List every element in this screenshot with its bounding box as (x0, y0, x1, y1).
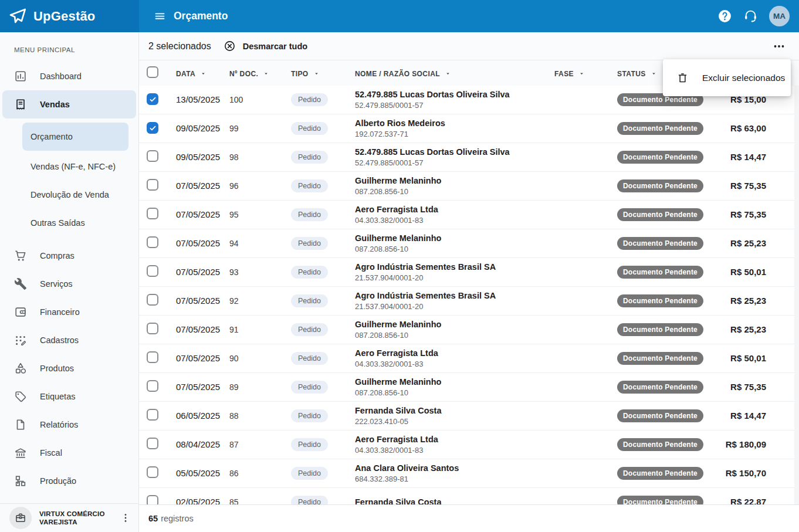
support-headset-icon[interactable] (743, 9, 758, 23)
row-date: 13/05/2025 (176, 94, 220, 104)
row-value: R$ 25,23 (730, 324, 766, 334)
sidebar-item-dashboard[interactable]: Dashboard (0, 62, 138, 90)
table-row[interactable]: 09/05/202598Pedido52.479.885 Lucas Dorta… (139, 143, 799, 172)
row-checkbox[interactable] (147, 438, 158, 449)
date-cell: 07/05/2025 (168, 181, 221, 191)
table-row[interactable]: 05/05/202586PedidoAna Clara Oliveira San… (139, 459, 799, 488)
delete-selected-menu-item[interactable]: Excluir selecionados (663, 59, 791, 96)
briefcase-icon (15, 512, 26, 524)
row-date: 07/05/2025 (176, 238, 220, 248)
filter-arrow-icon (445, 70, 451, 77)
column-label: TIPO (291, 70, 309, 78)
sidebar-item-compras[interactable]: Compras (0, 242, 138, 270)
value-cell: R$ 14,47 (702, 152, 799, 162)
table-row[interactable]: 07/05/202595PedidoAero Ferragista Ltda04… (139, 201, 799, 229)
row-checkbox[interactable] (147, 150, 158, 162)
checkbox-cell (139, 122, 168, 135)
hamburger-menu-icon[interactable] (154, 10, 166, 22)
row-checkbox[interactable] (147, 294, 158, 306)
sidebar-subitem-outras-saidas[interactable]: Outras Saídas (0, 209, 138, 237)
more-options-icon[interactable] (772, 39, 786, 53)
column-header-status[interactable]: STATUS (617, 70, 657, 78)
date-cell: 08/04/2025 (168, 439, 221, 450)
bank-icon (14, 446, 27, 459)
sidebar-item-financeiro[interactable]: Financeiro (0, 298, 138, 326)
table-row[interactable]: 07/05/202591PedidoGuilherme Melaninho087… (139, 316, 799, 344)
selection-count: 2 selecionados (148, 41, 211, 52)
row-document: 087.208.856-10 (355, 388, 547, 398)
doc-cell: 100 (221, 94, 286, 105)
company-selector[interactable]: VIRTUX COMÉRCIO VAREJISTA (0, 503, 138, 532)
status-cell: Documento Pendente (611, 266, 702, 279)
context-menu: Excluir selecionados (663, 59, 791, 96)
row-date: 07/05/2025 (176, 296, 220, 306)
deselect-all-button[interactable]: Desmarcar tudo (224, 40, 307, 52)
records-count: 65 (148, 514, 158, 523)
table-row[interactable]: 02/05/202585PedidoFernanda Silva CostaDo… (139, 488, 799, 504)
table-row[interactable]: 08/04/202587PedidoAero Ferragista Ltda04… (139, 431, 799, 459)
column-header-nome-razao-social[interactable]: NOME / RAZÃO SOCIAL (355, 70, 451, 78)
column-header-tipo[interactable]: TIPO (291, 70, 320, 78)
sidebar-item-relatorios[interactable]: Relatórios (0, 411, 138, 439)
doc-cell: 88 (221, 411, 286, 421)
sidebar-item-fiscal[interactable]: Fiscal (0, 439, 138, 467)
row-checkbox[interactable] (147, 208, 158, 219)
value-cell: R$ 75,35 (702, 382, 799, 392)
column-header-fase[interactable]: FASE (554, 70, 585, 78)
table-row[interactable]: 07/05/202596PedidoGuilherme Melaninho087… (139, 172, 799, 201)
row-checkbox[interactable] (147, 122, 158, 134)
row-checkbox[interactable] (147, 351, 158, 363)
top-bar-actions: MA (717, 6, 790, 26)
select-all-checkbox[interactable] (147, 66, 158, 78)
doc-cell: 96 (221, 181, 286, 191)
column-header-n-doc[interactable]: Nº DOC. (229, 70, 269, 78)
column-header-data[interactable]: DATA (176, 70, 206, 78)
row-checkbox[interactable] (147, 236, 158, 248)
status-cell: Documento Pendente (611, 409, 702, 422)
sidebar-item-label: Produção (40, 476, 76, 486)
row-checkbox[interactable] (147, 380, 158, 392)
sidebar-item-label: Compras (40, 251, 75, 260)
help-icon[interactable] (717, 9, 732, 23)
avatar[interactable]: MA (769, 6, 790, 26)
checkbox-cell (139, 179, 168, 193)
status-badge: Documento Pendente (617, 438, 703, 451)
table-row[interactable]: 06/05/202588PedidoFernanda Silva Costa22… (139, 402, 799, 431)
row-checkbox[interactable] (147, 179, 158, 191)
table-row[interactable]: 07/05/202589PedidoGuilherme Melaninho087… (139, 373, 799, 402)
table-row[interactable]: 07/05/202590PedidoAero Ferragista Ltda04… (139, 344, 799, 373)
sidebar-subitem-vendas-nf-e-nfc-e[interactable]: Vendas (NF-e, NFC-e) (0, 153, 138, 181)
row-checkbox[interactable] (147, 265, 158, 277)
filter-arrow-icon (200, 70, 206, 77)
row-checkbox[interactable] (147, 495, 158, 504)
table-row[interactable]: 07/05/202594PedidoGuilherme Melaninho087… (139, 229, 799, 258)
row-checkbox[interactable] (147, 323, 158, 334)
row-value: R$ 22,87 (730, 497, 766, 504)
table-row[interactable]: 09/05/202599PedidoAlberto Rios Medeiros1… (139, 114, 799, 143)
column-label: NOME / RAZÃO SOCIAL (355, 70, 440, 78)
kebab-menu-icon[interactable] (120, 512, 131, 524)
row-checkbox[interactable] (147, 93, 158, 105)
name-cell: Agro Indústria Sementes Brasil SA21.537.… (347, 290, 547, 312)
sidebar-item-servicos[interactable]: Serviços (0, 270, 138, 298)
sidebar-item-etiquetas[interactable]: Etiquetas (0, 382, 138, 411)
sidebar-subitem-devolucao-de-venda[interactable]: Devolução de Venda (0, 181, 138, 209)
checkbox-cell (139, 351, 168, 365)
tipo-badge: Pedido (291, 237, 328, 250)
sidebar-item-cadastros[interactable]: Cadastros (0, 326, 138, 354)
header-cell-data: DATA (168, 68, 221, 79)
row-name: Aero Ferragista Ltda (355, 434, 547, 445)
row-document: 222.023.410-05 (355, 416, 547, 427)
page-title: Orçamento (174, 10, 228, 22)
table-row[interactable]: 07/05/202593PedidoAgro Indústria Semente… (139, 258, 799, 287)
row-checkbox[interactable] (147, 466, 158, 478)
sidebar-item-producao[interactable]: Produção (0, 467, 138, 495)
table-row[interactable]: 07/05/202592PedidoAgro Indústria Semente… (139, 287, 799, 316)
row-checkbox[interactable] (147, 409, 158, 421)
name-cell: Guilherme Melaninho087.208.856-10 (347, 175, 547, 197)
table-scrollbar[interactable] (794, 86, 799, 504)
sidebar-item-vendas[interactable]: Vendas (2, 90, 136, 118)
sidebar-item-produtos[interactable]: Produtos (0, 354, 138, 382)
sidebar-subitem-orcamento[interactable]: Orçamento (22, 123, 128, 151)
row-name: Guilherme Melaninho (355, 319, 547, 330)
